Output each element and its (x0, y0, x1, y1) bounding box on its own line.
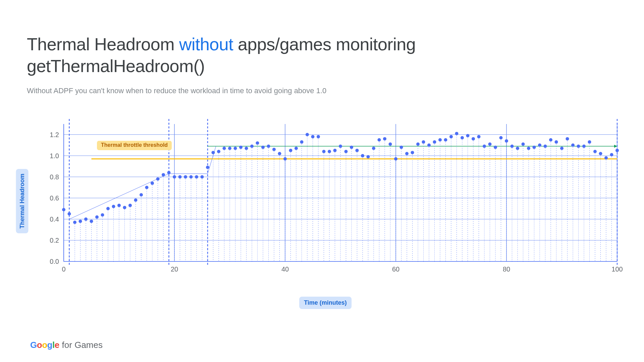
x-tick-label: 60 (392, 265, 399, 273)
data-point (79, 220, 82, 223)
chart-container: Thermal Headroom Time (minutes) 0.00.20.… (30, 124, 621, 278)
data-point (90, 220, 93, 223)
data-point (112, 205, 115, 208)
data-point (449, 135, 453, 138)
data-point (167, 171, 171, 174)
data-point (416, 142, 420, 146)
data-point (582, 144, 586, 148)
y-tick-label: 1.2 (50, 131, 59, 138)
y-tick-label: 0.6 (50, 194, 59, 202)
chart-plot: 0.00.20.40.60.81.01.2020406080100 (64, 124, 617, 261)
data-point (289, 149, 292, 152)
data-point (593, 150, 597, 153)
data-point (615, 149, 619, 152)
y-tick-label: 1.0 (50, 152, 59, 160)
data-point (571, 143, 575, 147)
data-point (300, 140, 304, 144)
data-point (117, 204, 121, 207)
slide-title: Thermal Headroom without apps/games moni… (27, 34, 496, 77)
data-point (400, 145, 403, 149)
y-tick-label: 0.8 (50, 173, 59, 181)
data-point (483, 144, 486, 148)
data-point (178, 175, 182, 179)
y-tick-label: 0.2 (50, 237, 59, 244)
svg-line-118 (69, 174, 169, 219)
data-point (311, 135, 315, 138)
data-point (134, 198, 138, 202)
data-point (544, 144, 547, 148)
data-point (283, 157, 287, 161)
title-prefix: Thermal Headroom (27, 35, 179, 54)
data-point (588, 140, 591, 144)
slide-subtitle: Without ADPF you can't know when to redu… (27, 86, 496, 95)
data-point (206, 166, 209, 169)
data-point (140, 193, 143, 196)
data-point (306, 133, 309, 136)
data-point (383, 137, 386, 140)
x-tick-label: 0 (62, 265, 65, 273)
data-point (477, 135, 481, 138)
data-point (433, 140, 436, 144)
data-point (101, 213, 104, 217)
x-tick-label: 80 (503, 265, 510, 273)
data-point (533, 145, 536, 149)
data-point (549, 138, 552, 141)
data-point (145, 186, 149, 189)
data-point (344, 150, 348, 153)
y-tick-label: 0.0 (50, 258, 59, 265)
data-point (499, 136, 503, 139)
data-point (201, 175, 204, 179)
data-point (527, 147, 530, 150)
data-point (106, 207, 110, 210)
data-point (511, 144, 514, 148)
data-point (173, 175, 176, 179)
data-point (422, 140, 425, 144)
data-point (272, 148, 276, 151)
data-point (217, 150, 220, 153)
data-point (522, 142, 525, 146)
y-axis-label: Thermal Headroom (16, 169, 29, 233)
data-point (461, 136, 464, 139)
y-tick-label: 0.4 (50, 216, 59, 223)
data-point (261, 145, 265, 149)
data-point (560, 147, 564, 150)
data-point (151, 182, 154, 185)
data-point (389, 142, 392, 146)
data-point (361, 154, 364, 158)
data-point (455, 132, 459, 135)
data-point (610, 153, 613, 156)
data-point (599, 152, 602, 155)
x-tick-label: 100 (611, 265, 623, 273)
data-point (372, 147, 375, 150)
data-point (378, 138, 381, 141)
data-point (577, 144, 580, 148)
data-point (123, 206, 126, 209)
footer-logo: Google for Games (30, 340, 103, 350)
data-point (73, 221, 76, 224)
data-point (505, 139, 508, 142)
for-games-text: for Games (62, 340, 103, 350)
data-point (234, 147, 237, 150)
data-point (156, 177, 160, 181)
data-point (411, 151, 414, 154)
data-point (278, 152, 281, 155)
data-point (438, 138, 442, 141)
data-point (228, 147, 231, 150)
data-point (239, 145, 243, 149)
data-point (212, 151, 215, 154)
data-point (604, 156, 608, 160)
title-highlight: without (179, 35, 233, 54)
data-point (350, 145, 353, 149)
data-point (555, 140, 558, 144)
data-point (190, 175, 193, 179)
data-point (317, 135, 320, 138)
data-point (95, 216, 99, 219)
data-point (339, 144, 342, 148)
data-point (472, 137, 475, 140)
data-point (195, 175, 198, 179)
x-tick-label: 40 (281, 265, 289, 273)
data-point (84, 218, 88, 221)
data-point (250, 144, 254, 148)
data-point (494, 145, 497, 149)
data-point (566, 137, 569, 140)
